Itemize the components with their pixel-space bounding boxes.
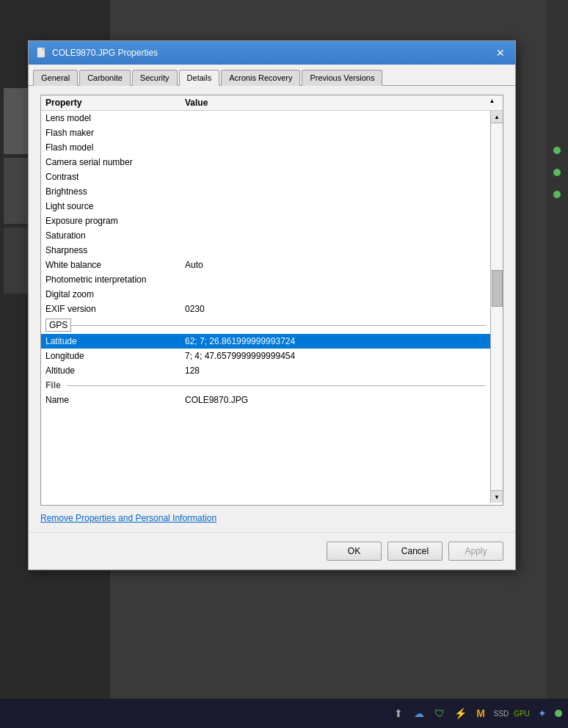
close-button[interactable]: ✕ <box>493 46 508 60</box>
scrollbar-thumb[interactable] <box>492 270 503 307</box>
prop-name: Photometric interpretation <box>45 274 185 285</box>
tray-icon-star[interactable]: ✦ <box>534 705 550 721</box>
prop-name: Sharpness <box>45 245 185 255</box>
prop-value: 0230 <box>185 304 486 314</box>
table-row[interactable]: Brightness <box>41 184 490 199</box>
dialog-title-left: COLE9870.JPG Properties <box>36 47 158 59</box>
tab-carbonite[interactable]: Carbonite <box>79 70 131 86</box>
gps-divider <box>71 325 486 326</box>
apply-button[interactable]: Apply <box>448 542 503 561</box>
prop-name: Lens model <box>45 113 185 123</box>
table-row[interactable]: Digital zoom <box>41 287 490 302</box>
table-row-longitude[interactable]: Longitude 7; 4; 47.6579999999999454 <box>41 349 490 363</box>
tab-acronis-recovery[interactable]: Acronis Recovery <box>221 70 300 86</box>
scrollbar-track[interactable] <box>491 123 503 490</box>
prop-name: Light source <box>45 201 185 211</box>
scrollbar-up-button[interactable]: ▲ <box>491 111 503 123</box>
prop-value: Auto <box>185 260 486 270</box>
prop-name: Name <box>45 395 185 405</box>
table-header: Property Value ▲ <box>41 95 503 111</box>
tab-security[interactable]: Security <box>132 70 178 86</box>
ok-button[interactable]: OK <box>327 542 382 561</box>
properties-dialog: COLE9870.JPG Properties ✕ General Carbon… <box>28 40 516 570</box>
table-row[interactable]: Light source <box>41 199 490 214</box>
prop-name: Longitude <box>45 351 185 361</box>
dot-indicator-3 <box>553 191 561 198</box>
table-row[interactable]: EXIF version 0230 <box>41 302 490 316</box>
link-row: Remove Properties and Personal Informati… <box>40 513 503 523</box>
svg-rect-1 <box>37 48 43 57</box>
dot-indicator-2 <box>553 169 561 176</box>
table-body-wrapper: Lens model Flash maker Flash model <box>41 111 503 503</box>
dialog-titlebar: COLE9870.JPG Properties ✕ <box>29 41 515 65</box>
table-row-name[interactable]: Name COLE9870.JPG <box>41 393 490 407</box>
prop-name: Brightness <box>45 186 185 197</box>
tray-icon-shield[interactable]: 🛡 <box>432 705 448 721</box>
prop-name: Contrast <box>45 172 185 182</box>
tray-icon-gpu[interactable]: GPU <box>514 705 530 721</box>
taskbar: ⬆ ☁ 🛡 ⚡ M SSD GPU ✦ <box>0 699 568 728</box>
tray-icon-cloud[interactable]: ☁ <box>411 705 427 721</box>
prop-name: Altitude <box>45 365 185 376</box>
dialog-content: Property Value ▲ Lens model Flash maker <box>29 86 515 532</box>
header-value: Value <box>185 98 486 108</box>
file-divider <box>67 385 486 386</box>
file-section-label: File <box>45 380 61 390</box>
prop-name: Saturation <box>45 230 185 241</box>
prop-name: Flash model <box>45 142 185 153</box>
tray-icon-usb[interactable]: ⚡ <box>452 705 468 721</box>
table-row[interactable]: Contrast <box>41 170 490 184</box>
dialog-buttons: OK Cancel Apply <box>29 532 515 569</box>
header-property: Property <box>45 98 185 108</box>
table-row[interactable]: White balance Auto <box>41 258 490 272</box>
tab-general[interactable]: General <box>33 70 78 86</box>
tab-previous-versions[interactable]: Previous Versions <box>302 70 382 86</box>
tray-icon-m[interactable]: M <box>473 705 489 721</box>
table-row[interactable]: Sharpness <box>41 243 490 258</box>
prop-value: 128 <box>185 365 486 376</box>
prop-value: COLE9870.JPG <box>185 395 486 405</box>
tab-bar: General Carbonite Security Details Acron… <box>29 65 515 86</box>
table-row-altitude[interactable]: Altitude 128 <box>41 363 490 378</box>
system-tray: ⬆ ☁ 🛡 ⚡ M SSD GPU ✦ <box>390 705 562 721</box>
prop-value: 62; 7; 26.861999999993724 <box>185 336 486 346</box>
file-section-header: File <box>41 378 490 393</box>
table-row[interactable]: Flash maker <box>41 125 490 140</box>
dot-indicator-1 <box>553 147 561 154</box>
prop-name: Exposure program <box>45 216 185 226</box>
prop-name: Camera serial number <box>45 157 185 167</box>
prop-name: Digital zoom <box>45 289 185 299</box>
cancel-button[interactable]: Cancel <box>387 542 443 561</box>
dialog-title-text: COLE9870.JPG Properties <box>52 48 158 58</box>
gps-section-header: GPS <box>41 316 490 334</box>
table-row[interactable]: Lens model <box>41 111 490 125</box>
right-panel <box>546 0 568 699</box>
table-row-latitude[interactable]: Latitude 62; 7; 26.861999999993724 <box>41 334 490 349</box>
table-row[interactable]: Saturation <box>41 228 490 243</box>
prop-name: Flash maker <box>45 128 185 138</box>
scrollbar[interactable]: ▲ ▼ <box>490 111 503 503</box>
scrollbar-down-button[interactable]: ▼ <box>491 490 503 503</box>
remove-properties-link[interactable]: Remove Properties and Personal Informati… <box>40 513 216 523</box>
table-row[interactable]: Photometric interpretation <box>41 272 490 287</box>
table-rows: Lens model Flash maker Flash model <box>41 111 503 485</box>
prop-name: EXIF version <box>45 304 185 314</box>
prop-name: Latitude <box>45 336 185 346</box>
scrollbar-up-arrow[interactable]: ▲ <box>486 98 498 108</box>
tray-icon-ssd[interactable]: SSD <box>493 705 509 721</box>
table-row[interactable]: Flash model <box>41 140 490 155</box>
tab-details[interactable]: Details <box>179 70 220 86</box>
tray-dot <box>555 710 562 717</box>
prop-value: 7; 4; 47.6579999999999454 <box>185 351 486 361</box>
gps-label: GPS <box>45 318 71 332</box>
table-row[interactable]: Exposure program <box>41 214 490 228</box>
table-row[interactable]: Camera serial number <box>41 155 490 170</box>
prop-name: White balance <box>45 260 185 270</box>
file-icon <box>36 47 48 59</box>
property-table[interactable]: Property Value ▲ Lens model Flash maker <box>40 95 503 506</box>
tray-icon-1[interactable]: ⬆ <box>390 705 407 721</box>
